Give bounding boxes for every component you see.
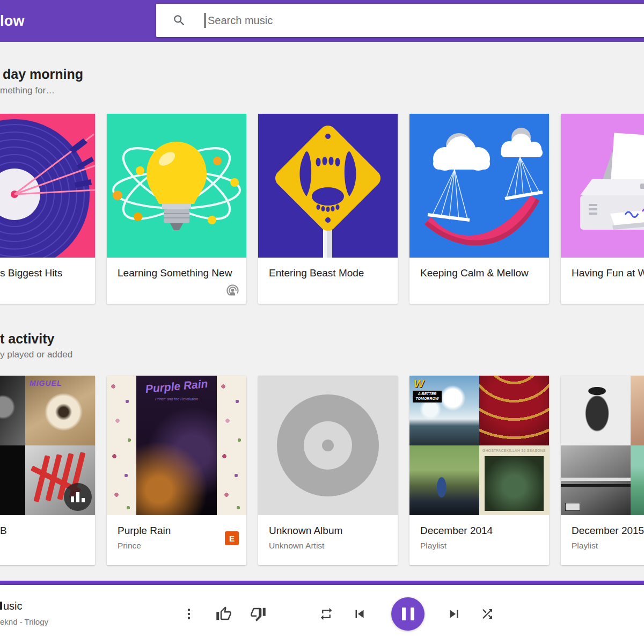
lightbulb-atom-art — [107, 114, 246, 258]
text-caret — [204, 13, 206, 28]
collage-quadrant — [631, 376, 644, 445]
card-footer: s Biggest Hits — [0, 258, 95, 304]
recent-tile-december-2014[interactable]: W A BETTER TOMORROW GHOSTFACEKILLAH 36 S… — [409, 376, 549, 565]
overflow-menu-button[interactable] — [182, 607, 196, 621]
generic-disc-art — [258, 376, 398, 515]
disc-hole — [322, 440, 334, 451]
purple-rain-cover-title: Purple Rain — [136, 377, 217, 397]
tile-subtitle: Playlist — [572, 540, 644, 551]
section-title-activity: t activity — [0, 331, 54, 347]
radio-station-icon — [225, 284, 240, 298]
purple-rain-cover-subtitle: Prince and the Revolution — [136, 397, 217, 401]
collage-quadrant — [479, 376, 549, 445]
collage-quadrant — [561, 376, 631, 445]
collage-quadrant — [631, 445, 644, 515]
floral-border — [217, 376, 246, 515]
beast-road-sign-art — [258, 114, 398, 258]
card-title: Learning Something New — [118, 267, 232, 279]
card-title: Having Fun at W — [572, 267, 644, 279]
recent-tile-unknown-album[interactable]: Unknown Album Unknown Artist — [258, 376, 398, 565]
ghost-mask-art — [485, 456, 544, 511]
search-icon — [172, 13, 186, 27]
app-header: low — [0, 0, 644, 42]
app-title: low — [0, 0, 25, 42]
card-title: Keeping Calm & Mellow — [420, 267, 529, 279]
tile-title: Purple Rain — [118, 524, 236, 537]
purple-rain-center-panel: Purple Rain Prince and the Revolution — [136, 376, 217, 515]
recent-tile-rnb[interactable]: MIGUEL B — [0, 376, 95, 565]
collage-quadrant — [0, 445, 25, 515]
tile-footer: Unknown Album Unknown Artist — [258, 515, 398, 565]
tile-footer: B — [0, 515, 95, 565]
previous-track-button[interactable] — [352, 606, 368, 622]
ghostface-caption: GHOSTFACEKILLAH 36 SEASONS — [479, 449, 549, 452]
collage-quadrant — [0, 376, 25, 445]
tile-subtitle: Unknown Artist — [269, 540, 387, 551]
tile-title: December 2014 — [420, 524, 538, 537]
tile-footer: Purple Rain Prince E — [107, 515, 246, 565]
album-collage-art: MIGUEL — [0, 376, 95, 515]
situation-card-learning[interactable]: Learning Something New — [107, 114, 246, 304]
pause-button[interactable] — [391, 597, 425, 631]
glitch-bar — [561, 484, 631, 487]
situation-card-calm-mellow[interactable]: Keeping Calm & Mellow — [409, 114, 549, 304]
tile-title: December 2015 — [572, 524, 644, 537]
shuffle-icon — [480, 607, 495, 621]
situation-cards-row: s Biggest Hits Learning Something New — [0, 114, 644, 304]
album-collage-art: W A BETTER TOMORROW GHOSTFACEKILLAH 36 S… — [409, 376, 549, 515]
wu-album-badge: A BETTER TOMORROW — [413, 391, 442, 402]
collage-quadrant: W A BETTER TOMORROW — [409, 376, 479, 445]
wu-tang-logo: W — [414, 378, 424, 390]
floral-border — [107, 376, 136, 515]
more-vert-icon — [182, 607, 196, 621]
tile-subtitle: Prince — [118, 540, 236, 551]
collage-quadrant: MIGUEL — [25, 376, 95, 445]
shuffle-button[interactable] — [480, 607, 495, 621]
collage-quadrant — [409, 445, 479, 515]
next-track-button[interactable] — [446, 606, 462, 622]
playback-progress-bar[interactable] — [0, 581, 644, 585]
situation-card-biggest-hits[interactable]: s Biggest Hits — [0, 114, 95, 304]
now-playing-equalizer-icon — [64, 483, 92, 511]
card-footer: Keeping Calm & Mellow — [409, 258, 549, 304]
repeat-button[interactable] — [319, 607, 334, 621]
section-title-morning: day morning — [3, 67, 83, 82]
pause-icon — [402, 608, 406, 620]
tile-footer: December 2015 Playlist — [561, 515, 644, 565]
thumb-down-icon — [250, 606, 266, 622]
repeat-icon — [319, 607, 334, 621]
situation-card-beast-mode[interactable]: Entering Beast Mode — [258, 114, 398, 304]
search-input[interactable] — [207, 14, 644, 27]
section-subtitle-activity: y played or added — [0, 349, 72, 360]
hammock-clouds-art — [409, 114, 549, 258]
card-footer: Having Fun at W — [561, 258, 644, 304]
situation-card-fun-at-work[interactable]: Having Fun at W — [561, 114, 644, 304]
miguel-album-text: MIGUEL — [30, 379, 62, 387]
search-bar[interactable] — [156, 4, 644, 37]
purple-rain-cover-art: Purple Rain Prince and the Revolution — [107, 376, 246, 515]
pause-icon — [411, 608, 414, 620]
card-footer: Entering Beast Mode — [258, 258, 398, 304]
recent-activity-row: MIGUEL B — [0, 376, 644, 565]
tile-title: Unknown Album — [269, 524, 387, 537]
thumb-up-button[interactable] — [216, 606, 232, 622]
album-collage-art — [561, 376, 644, 515]
glitch-bar — [561, 478, 631, 481]
thumb-up-icon — [216, 606, 232, 622]
recent-tile-december-2015[interactable]: December 2015 Playlist — [561, 376, 644, 565]
thumb-down-button[interactable] — [250, 606, 266, 622]
skip-previous-icon — [352, 606, 368, 622]
card-footer: Learning Something New — [107, 258, 246, 304]
skip-next-icon — [446, 606, 462, 622]
section-subtitle-morning: mething for… — [0, 85, 55, 96]
tile-subtitle: Playlist — [420, 540, 538, 551]
player-artist-album: eknd - Trilogy — [0, 617, 48, 626]
printer-confetti-art — [561, 114, 644, 258]
recent-tile-purple-rain[interactable]: Purple Rain Prince and the Revolution Pu… — [107, 376, 246, 565]
vinyl-target-art — [0, 114, 95, 258]
player-bar: usic eknd - Trilogy — [0, 585, 644, 644]
collage-quadrant — [561, 445, 631, 515]
card-title: Entering Beast Mode — [269, 267, 364, 279]
card-title: s Biggest Hits — [0, 266, 62, 280]
explicit-badge: E — [225, 531, 239, 545]
